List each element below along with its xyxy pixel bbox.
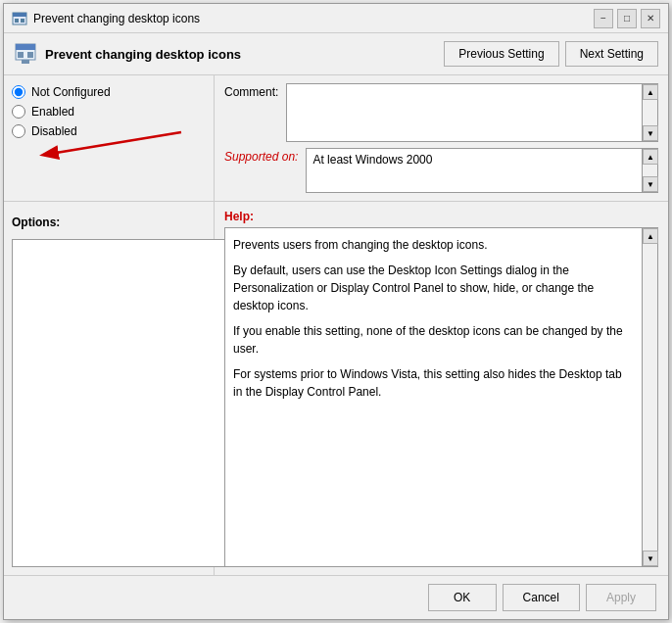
cancel-button[interactable]: Cancel xyxy=(503,584,580,611)
minimize-button[interactable]: − xyxy=(594,9,613,28)
header-bar: Prevent changing desktop icons Previous … xyxy=(4,33,668,75)
policy-icon xyxy=(14,42,37,66)
title-bar: Prevent changing desktop icons − □ ✕ xyxy=(4,4,668,33)
radio-disabled[interactable]: Disabled xyxy=(12,124,206,138)
window-icon xyxy=(12,11,27,26)
enabled-label: Enabled xyxy=(31,105,74,119)
supported-box: At least Windows 2000 ▲ ▼ xyxy=(306,148,658,193)
scroll-down-help[interactable]: ▼ xyxy=(643,551,658,566)
svg-rect-2 xyxy=(15,19,19,23)
bottom-right: Help: Prevents users from changing the d… xyxy=(215,202,668,575)
comment-input-wrapper: ▲ ▼ xyxy=(286,83,658,142)
left-col-top: Not Configured Enabled Disabled xyxy=(4,75,215,201)
help-label: Help: xyxy=(224,210,658,223)
help-para-2: By default, users can use the Desktop Ic… xyxy=(233,262,634,314)
comment-scrollbar: ▲ ▼ xyxy=(642,84,657,141)
title-bar-left: Prevent changing desktop icons xyxy=(12,11,200,26)
svg-rect-1 xyxy=(13,13,26,17)
help-para-1: Prevents users from changing the desktop… xyxy=(233,236,634,254)
scroll-down-supported[interactable]: ▼ xyxy=(643,176,658,192)
svg-rect-3 xyxy=(21,19,24,23)
scroll-up-supported[interactable]: ▲ xyxy=(643,149,658,165)
svg-rect-6 xyxy=(18,52,24,58)
scroll-track-help xyxy=(643,244,657,551)
help-scrollbar: ▲ ▼ xyxy=(642,228,657,566)
help-box: Prevents users from changing the desktop… xyxy=(224,227,658,567)
scroll-down-comment[interactable]: ▼ xyxy=(643,125,658,141)
top-row: Not Configured Enabled Disabled xyxy=(4,75,668,202)
header-left: Prevent changing desktop icons xyxy=(14,42,241,66)
right-col-top: Comment: ▲ ▼ Supported on: At least xyxy=(215,75,668,201)
scroll-up-help[interactable]: ▲ xyxy=(643,228,658,244)
options-label: Options: xyxy=(12,210,206,233)
supported-text: At least Windows 2000 xyxy=(307,149,642,192)
supported-scrollbar: ▲ ▼ xyxy=(642,149,657,192)
not-configured-label: Not Configured xyxy=(31,85,111,99)
scroll-track-supported xyxy=(643,165,657,176)
help-para-3: If you enable this setting, none of the … xyxy=(233,322,634,358)
svg-rect-5 xyxy=(16,44,35,50)
bottom-left: Options: xyxy=(4,202,215,575)
apply-button[interactable]: Apply xyxy=(586,584,656,611)
radio-enabled[interactable]: Enabled xyxy=(12,105,206,119)
title-text: Prevent changing desktop icons xyxy=(33,12,200,25)
comment-label: Comment: xyxy=(224,83,278,99)
scroll-track-comment xyxy=(643,100,657,125)
svg-rect-8 xyxy=(22,60,29,64)
main-body: Not Configured Enabled Disabled xyxy=(4,75,668,575)
next-setting-button[interactable]: Next Setting xyxy=(565,41,658,67)
maximize-button[interactable]: □ xyxy=(617,9,637,28)
supported-label: Supported on: xyxy=(224,148,298,164)
disabled-label: Disabled xyxy=(31,124,77,138)
footer: OK Cancel Apply xyxy=(4,575,668,619)
supported-section: Supported on: At least Windows 2000 ▲ ▼ xyxy=(224,148,658,193)
help-text: Prevents users from changing the desktop… xyxy=(225,228,642,566)
prev-setting-button[interactable]: Previous Setting xyxy=(444,41,558,67)
comment-section: Comment: ▲ ▼ xyxy=(224,83,658,142)
svg-rect-7 xyxy=(27,52,33,58)
scroll-up-comment[interactable]: ▲ xyxy=(643,84,658,100)
bottom-row: Options: Help: Prevents users from chang… xyxy=(4,202,668,575)
comment-textarea[interactable] xyxy=(287,84,642,141)
help-para-4: For systems prior to Windows Vista, this… xyxy=(233,365,634,401)
main-window: Prevent changing desktop icons − □ ✕ Pre… xyxy=(3,3,669,620)
radio-group: Not Configured Enabled Disabled xyxy=(12,85,206,138)
header-title: Prevent changing desktop icons xyxy=(45,47,241,62)
radio-not-configured[interactable]: Not Configured xyxy=(12,85,206,99)
header-buttons: Previous Setting Next Setting xyxy=(444,41,658,67)
title-controls: − □ ✕ xyxy=(594,9,660,28)
ok-button[interactable]: OK xyxy=(428,584,497,611)
close-button[interactable]: ✕ xyxy=(641,9,660,28)
